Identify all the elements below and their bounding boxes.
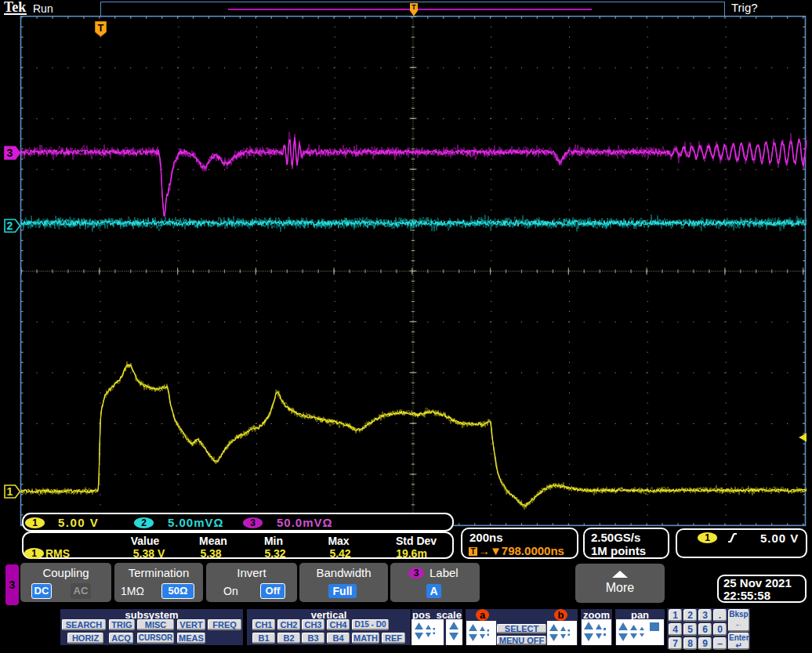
svg-text:3: 3 [7, 147, 13, 159]
svg-text:2: 2 [7, 219, 13, 232]
svg-text:T: T [411, 3, 416, 11]
svg-text:T: T [98, 22, 104, 34]
svg-text:T: T [470, 547, 475, 556]
svg-text:1: 1 [7, 485, 13, 498]
